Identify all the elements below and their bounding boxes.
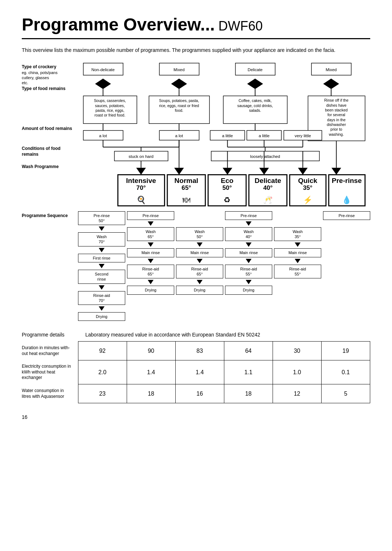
- details-value: 64: [224, 342, 273, 360]
- svg-text:a little: a little: [222, 134, 233, 138]
- details-description: Laboratory measured value in accordance …: [85, 332, 260, 338]
- sequence-col-quick: Pre-rinse Wash35° Main rinse Rinse-aid55…: [274, 211, 321, 321]
- page-title: Programme Overview... DWF60: [22, 15, 370, 39]
- page-number: 16: [22, 414, 370, 420]
- details-row-duration: Duration in minutes with-out heat exchan…: [22, 342, 370, 360]
- svg-marker-73: [298, 168, 308, 175]
- svg-text:🥂: 🥂: [263, 195, 273, 205]
- svg-text:a lot: a lot: [175, 134, 183, 138]
- details-label: Programme details: [22, 332, 78, 338]
- svg-text:a little: a little: [259, 134, 270, 138]
- details-value: 23: [78, 384, 127, 403]
- seq-step: Wash70°: [78, 232, 125, 246]
- svg-text:loosely attached: loosely attached: [250, 154, 280, 159]
- svg-text:35°: 35°: [303, 184, 313, 191]
- sequence-col-delicate: Pre-rinse Wash40° Main rinse Rinse-aid55…: [225, 211, 272, 321]
- svg-text:Mixed: Mixed: [326, 68, 336, 72]
- details-value: 18: [127, 384, 175, 403]
- svg-marker-71: [259, 168, 269, 175]
- seq-step: Wash65°: [127, 227, 174, 241]
- seq-step: Pre-rinse: [127, 211, 174, 220]
- svg-text:days in the: days in the: [327, 118, 346, 122]
- details-value: 83: [175, 342, 224, 360]
- svg-text:prior to: prior to: [330, 127, 342, 131]
- seq-step: Wash50°: [176, 227, 223, 241]
- seq-step: Main rinse: [176, 248, 223, 257]
- svg-text:pasta, rice, eggs,: pasta, rice, eggs,: [95, 109, 124, 113]
- svg-text:💧: 💧: [342, 195, 352, 205]
- svg-text:Rinse off if the: Rinse off if the: [324, 98, 348, 102]
- details-value: 5: [321, 384, 370, 403]
- seq-step: Rinse-aid55°: [225, 265, 272, 279]
- svg-text:for several: for several: [327, 113, 345, 117]
- svg-text:Quick: Quick: [298, 177, 317, 184]
- svg-text:Delicate: Delicate: [248, 68, 262, 72]
- crockery-label: Type of crockery: [22, 64, 57, 70]
- svg-marker-8: [95, 79, 111, 89]
- svg-text:been stacked: been stacked: [325, 108, 348, 112]
- seq-step: Rinse-aid65°: [176, 265, 223, 279]
- seq-step: Drying: [176, 286, 223, 294]
- details-table: Duration in minutes with-out heat exchan…: [22, 341, 370, 403]
- seq-step: Main rinse: [225, 248, 272, 257]
- svg-text:Intensive: Intensive: [126, 177, 156, 184]
- seq-step: Main rinse: [127, 248, 174, 257]
- details-value: 1.0: [273, 360, 321, 384]
- seq-step: Drying: [225, 286, 272, 294]
- svg-text:50°: 50°: [222, 184, 232, 191]
- svg-text:Soups, potatoes, pasta,: Soups, potatoes, pasta,: [159, 99, 199, 103]
- svg-text:Normal: Normal: [175, 177, 199, 184]
- svg-text:food.: food.: [175, 109, 183, 113]
- details-row-label: Water consumption inlitres with Aquasens…: [22, 384, 78, 403]
- svg-marker-9: [171, 79, 187, 89]
- seq-step: Wash35°: [274, 227, 321, 241]
- details-value: 2.0: [78, 360, 127, 384]
- sequence-columns: Pre-rinse50° Wash70° First rinse Secondr…: [78, 211, 370, 321]
- sequence-label: Programme Sequence: [22, 211, 78, 321]
- svg-text:40°: 40°: [263, 184, 273, 191]
- seq-step: Secondrinse: [78, 270, 125, 284]
- svg-text:Soups, casseroles,: Soups, casseroles,: [94, 99, 126, 103]
- svg-marker-75: [331, 168, 341, 175]
- svg-text:salads.: salads.: [249, 109, 261, 113]
- svg-text:stuck on hard: stuck on hard: [128, 154, 153, 159]
- svg-text:Non-delicate: Non-delicate: [91, 68, 115, 72]
- details-value: 1.1: [224, 360, 273, 384]
- seq-step: Wash40°: [225, 227, 272, 241]
- svg-text:⚡: ⚡: [303, 195, 313, 205]
- svg-text:70°: 70°: [136, 184, 146, 191]
- details-value: 1.4: [127, 360, 175, 384]
- seq-step: Rinse-aid70°: [78, 291, 125, 305]
- intro-text: This overview lists the maximum possible…: [22, 46, 370, 54]
- svg-text:Coffee, cakes, milk,: Coffee, cakes, milk,: [238, 99, 271, 103]
- svg-marker-11: [323, 79, 339, 89]
- svg-marker-10: [247, 79, 263, 89]
- details-value: 16: [175, 384, 224, 403]
- svg-text:Delicate: Delicate: [255, 177, 281, 184]
- details-section: Programme details Laboratory measured va…: [22, 332, 370, 403]
- details-row-water: Water consumption inlitres with Aquasens…: [22, 384, 370, 403]
- seq-step: Rinse-aid65°: [127, 265, 174, 279]
- svg-text:Mixed: Mixed: [173, 68, 184, 72]
- svg-text:Pre-rinse: Pre-rinse: [332, 177, 362, 184]
- svg-text:sauces, potatoes,: sauces, potatoes,: [95, 104, 125, 108]
- main-diagram: Type of crockery eg. china, pots/pans cu…: [22, 61, 370, 211]
- diagram-labels: Type of crockery eg. china, pots/pans cu…: [22, 61, 80, 211]
- svg-marker-65: [136, 168, 146, 175]
- svg-text:Eco: Eco: [221, 177, 233, 184]
- seq-step: Drying: [127, 286, 174, 294]
- details-value: 90: [127, 342, 175, 360]
- details-value: 18: [224, 384, 273, 403]
- svg-text:rice, eggs, roast or fried: rice, eggs, roast or fried: [159, 104, 199, 108]
- details-value: 1.4: [175, 360, 224, 384]
- amount-label: Amount of food remains: [22, 126, 72, 132]
- svg-marker-69: [222, 168, 232, 175]
- seq-step: Rinse-aid55°: [274, 265, 321, 279]
- diagram-content: Non-delicate Mixed Delicate Mixed: [80, 61, 370, 211]
- sequence-col-normal: Pre-rinse Wash65° Main rinse Rinse-aid65…: [127, 211, 174, 321]
- sequence-section: Programme Sequence Pre-rinse50° Wash70° …: [22, 211, 370, 321]
- sequence-col-prerinse: Pre-rinse: [323, 211, 370, 321]
- seq-step: Main rinse: [274, 248, 321, 257]
- svg-text:🍳: 🍳: [136, 195, 146, 205]
- crockery-sublabel: eg. china, pots/pans cutlery, glasses et…: [22, 70, 57, 86]
